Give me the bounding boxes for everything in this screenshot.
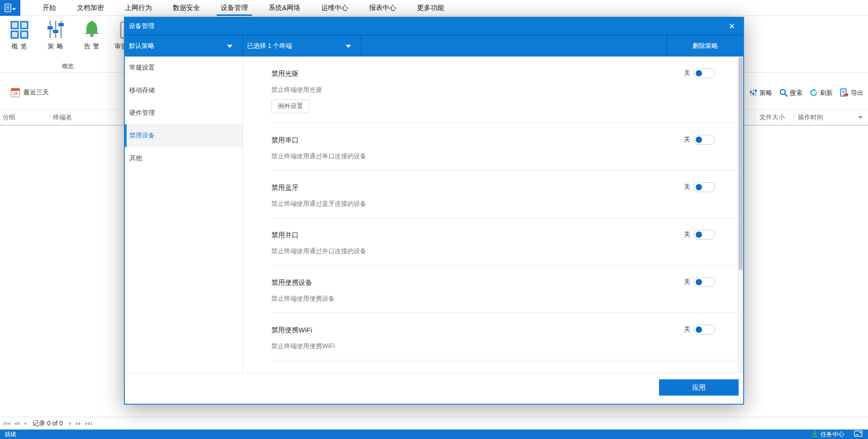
dialog-title-bar: 设备管理 ✕	[125, 18, 743, 35]
button-label: 策略	[759, 89, 772, 97]
toggle-group: 关	[684, 277, 715, 287]
tool-label: 概 览	[12, 42, 28, 51]
policy-selector-dropdown[interactable]: 默认策略	[125, 35, 243, 57]
date-range-label: 最近三天	[24, 89, 49, 97]
sliders-small-icon	[749, 89, 757, 98]
chevron-down-icon	[346, 45, 351, 48]
setting-title: 禁用蓝牙	[271, 183, 693, 192]
toggle-switch[interactable]	[693, 68, 715, 78]
toggle-group: 关	[684, 135, 715, 145]
menubar: 开始 文档加密 上网行为 数据安全 设备管理 系统&网络 运维中心 报表中心 更…	[0, 0, 868, 16]
status-bar: 就绪 任务中心	[0, 430, 868, 439]
toggle-switch[interactable]	[693, 277, 715, 287]
toggle-state-label: 关	[684, 326, 690, 334]
toggle-knob	[696, 231, 702, 238]
fast-next-page-button[interactable]	[76, 422, 81, 425]
fast-prev-page-button[interactable]	[14, 422, 19, 425]
toggle-switch[interactable]	[693, 135, 715, 145]
toggle-switch[interactable]	[693, 182, 715, 192]
task-center-label: 任务中心	[821, 430, 844, 439]
ribbon-group-label: 概览	[0, 62, 136, 71]
task-center-button[interactable]: 任务中心	[811, 430, 844, 439]
grid-action-toolbar: 策略 搜索 刷新	[749, 88, 863, 98]
setting-description: 禁止终端使用便携WiFi	[271, 342, 693, 350]
export-button[interactable]: 导出	[840, 88, 863, 98]
apply-button[interactable]: 应用	[659, 379, 739, 396]
toggle-knob	[696, 70, 702, 76]
menu-item[interactable]: 更多功能	[407, 0, 455, 15]
sidebar-item[interactable]: 移动存储	[125, 79, 242, 102]
overview-tool-button[interactable]: 概 览	[5, 19, 33, 51]
toggle-knob	[696, 184, 702, 190]
column-separator[interactable]	[50, 113, 50, 121]
toggle-state-label: 关	[684, 231, 690, 239]
toggle-switch[interactable]	[693, 230, 715, 240]
settings-list: 禁用光驱 禁止终端使用光驱 例外设置 关 禁用串口 禁止终端使用通过串口连接的设…	[243, 57, 743, 373]
terminal-selector-dropdown[interactable]: 已选择 1 个终端	[243, 35, 361, 57]
toggle-state-label: 关	[684, 278, 690, 286]
column-header-filesize[interactable]: 文件大小	[759, 110, 785, 125]
column-header-optime[interactable]: 操作时间	[798, 110, 823, 125]
last-page-button[interactable]	[85, 421, 92, 425]
delete-policy-button[interactable]: 删除策略	[667, 35, 743, 57]
setting-title: 禁用并口	[271, 231, 693, 240]
refresh-button[interactable]: 刷新	[810, 89, 833, 98]
close-icon[interactable]: ✕	[729, 23, 735, 30]
console-window-icon[interactable]	[854, 430, 863, 438]
setting-description: 禁止终端使用便携设备	[271, 294, 693, 303]
menu-item[interactable]: 数据安全	[162, 0, 210, 15]
setting-row: 禁用并口 禁止终端使用通过并口连接的设备 关	[271, 218, 743, 265]
policy-button[interactable]: 策略	[749, 89, 772, 98]
dialog-toolbar: 默认策略 已选择 1 个终端 删除策略	[125, 35, 743, 57]
toggle-knob	[696, 137, 702, 143]
toggle-state-label: 关	[684, 136, 690, 144]
scrollbar-thumb[interactable]	[739, 57, 743, 270]
app-menu-button[interactable]	[0, 0, 20, 16]
column-chooser-caret-icon[interactable]	[858, 116, 863, 119]
dialog-sidebar: 常规设置 移动存储 硬件管理 禁用设备 其他	[125, 57, 243, 373]
menu-item[interactable]: 报表中心	[359, 0, 407, 15]
column-header-terminal[interactable]: 终端名	[53, 110, 72, 125]
column-header-group[interactable]: 分组	[3, 110, 15, 125]
menu-item[interactable]: 系统&网络	[258, 0, 311, 15]
tool-label: 告 警	[84, 42, 100, 51]
first-page-button[interactable]	[4, 421, 10, 425]
menu-item[interactable]: 设备管理	[210, 0, 258, 15]
sidebar-item[interactable]: 其他	[125, 147, 242, 170]
setting-title: 禁用便携设备	[271, 278, 693, 287]
download-icon	[811, 430, 818, 439]
dialog-body: 常规设置 移动存储 硬件管理 禁用设备 其他 禁用光驱 禁止终端使用光驱	[125, 57, 743, 373]
sidebar-item[interactable]: 禁用设备	[125, 124, 242, 147]
column-separator[interactable]	[754, 113, 755, 121]
status-ready-text: 就绪	[5, 430, 16, 439]
dialog-footer: 应用	[125, 373, 743, 404]
terminal-selector-label: 已选择 1 个终端	[247, 42, 292, 50]
date-range-filter[interactable]: 23 最近三天	[11, 88, 49, 97]
menu-item[interactable]: 文档加密	[66, 0, 114, 15]
scrollbar-track[interactable]	[737, 57, 743, 373]
toggle-switch[interactable]	[693, 325, 715, 335]
prev-page-button[interactable]	[24, 422, 26, 425]
sidebar-item[interactable]: 硬件管理	[125, 102, 242, 124]
toggle-knob	[696, 326, 702, 333]
next-page-button[interactable]	[69, 422, 71, 425]
toggle-group: 关	[684, 325, 715, 335]
column-separator[interactable]	[793, 113, 794, 121]
setting-description: 禁止终端使用通过串口连接的设备	[271, 152, 693, 160]
menu-item[interactable]: 开始	[32, 0, 66, 15]
ribbon-tools: 概 览 策 略	[5, 19, 142, 51]
menu-item[interactable]: 上网行为	[114, 0, 162, 15]
toggle-group: 关	[684, 68, 715, 78]
toolbar-spacer	[361, 35, 667, 57]
tool-label: 策 略	[48, 42, 64, 51]
policy-tool-button[interactable]: 策 略	[42, 19, 70, 51]
exception-settings-button[interactable]: 例外设置	[271, 99, 309, 113]
menu-item[interactable]: 运维中心	[311, 0, 359, 15]
alert-tool-button[interactable]: 告 警	[78, 19, 106, 51]
setting-row: 禁用便携设备 禁止终端使用便携设备 关	[271, 265, 743, 313]
refresh-icon	[810, 89, 818, 98]
sidebar-item[interactable]: 常规设置	[125, 57, 242, 79]
device-management-dialog: 设备管理 ✕ 默认策略 已选择 1 个终端 删除策略 常规设置 移动存储	[124, 17, 744, 405]
search-button[interactable]: 搜索	[779, 89, 802, 98]
setting-title: 禁用串口	[271, 136, 693, 145]
